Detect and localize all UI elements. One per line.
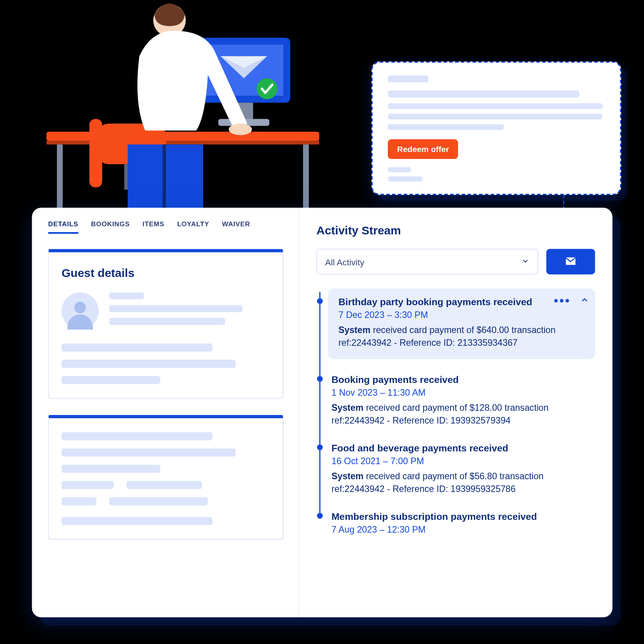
chevron-down-icon <box>521 257 529 267</box>
svg-rect-17 <box>163 145 166 208</box>
avatar <box>62 292 99 330</box>
svg-point-18 <box>229 124 252 135</box>
event-date: 16 Oct 2021 – 7:00 PM <box>332 456 595 466</box>
placeholder-line <box>62 465 160 473</box>
event-title: Membership subscription payments receive… <box>332 511 595 522</box>
placeholder-line <box>388 75 428 82</box>
placeholder-line <box>62 343 212 352</box>
redeem-offer-button[interactable]: Redeem offer <box>388 139 458 159</box>
placeholder-line <box>388 176 423 182</box>
event-body: System received card payment of $56.80 t… <box>332 470 595 496</box>
event-title: Food and beverage payments received <box>332 442 595 454</box>
more-icon[interactable]: ••• <box>554 298 571 304</box>
svg-point-8 <box>257 79 277 99</box>
placeholder-line <box>62 376 160 384</box>
placeholder-line <box>388 114 603 120</box>
guest-details-title: Guest details <box>62 266 270 280</box>
event-date: 7 Aug 2023 – 12:30 PM <box>332 524 595 535</box>
event-body: System received card payment of $640.00 … <box>339 324 567 350</box>
send-email-button[interactable] <box>546 249 595 275</box>
tab-details[interactable]: DETAILS <box>48 220 79 234</box>
offer-popup: Redeem offer <box>372 61 621 195</box>
svg-rect-0 <box>46 132 319 141</box>
placeholder-line <box>127 481 202 489</box>
placeholder-line <box>62 432 212 441</box>
activity-filter-select[interactable]: All Activity <box>317 249 538 275</box>
svg-rect-3 <box>303 145 309 208</box>
tab-bookings[interactable]: BOOKINGS <box>91 220 130 234</box>
tab-loyalty[interactable]: LOYALTY <box>177 220 209 234</box>
placeholder-line <box>388 91 579 97</box>
placeholder-line <box>62 517 212 525</box>
activity-event[interactable]: ••• Birthday party booking payments rece… <box>328 289 595 359</box>
placeholder-line <box>388 103 603 109</box>
placeholder-line <box>388 167 411 173</box>
event-date: 7 Dec 2023 – 3:30 PM <box>339 310 567 320</box>
placeholder-line <box>109 318 225 325</box>
activity-filter-value: All Activity <box>325 257 364 267</box>
guest-activity-card: DETAILS BOOKINGS ITEMS LOYALTY WAIVER Gu… <box>32 208 613 617</box>
right-panel: Activity Stream All Activity <box>299 208 613 617</box>
event-date: 1 Nov 2023 – 11:30 AM <box>332 388 595 398</box>
guest-secondary-card <box>48 415 284 540</box>
placeholder-line <box>62 360 236 368</box>
activity-event[interactable]: Membership subscription payments receive… <box>332 511 595 535</box>
event-title: Booking payments received <box>332 374 595 385</box>
tabs: DETAILS BOOKINGS ITEMS LOYALTY WAIVER <box>48 220 284 234</box>
activity-event[interactable]: Booking payments received 1 Nov 2023 – 1… <box>332 374 595 427</box>
event-title: Birthday party booking payments received <box>339 297 567 308</box>
activity-stream-title: Activity Stream <box>317 224 595 237</box>
left-panel: DETAILS BOOKINGS ITEMS LOYALTY WAIVER Gu… <box>32 208 299 617</box>
placeholder-line <box>109 292 144 299</box>
placeholder-line <box>388 124 504 130</box>
svg-rect-12 <box>89 119 102 188</box>
placeholder-line <box>109 497 208 506</box>
guest-details-card: Guest details <box>48 249 284 399</box>
mail-icon <box>564 255 577 269</box>
person-at-desk-illustration <box>46 3 319 209</box>
placeholder-line <box>62 497 96 506</box>
tab-waiver[interactable]: WAIVER <box>222 220 250 234</box>
activity-timeline: ••• Birthday party booking payments rece… <box>317 289 595 535</box>
svg-rect-1 <box>46 141 319 145</box>
placeholder-line <box>62 481 114 489</box>
placeholder-line <box>109 305 243 312</box>
activity-event[interactable]: Food and beverage payments received 16 O… <box>332 442 595 496</box>
placeholder-line <box>62 449 236 457</box>
svg-rect-2 <box>57 145 63 208</box>
chevron-up-icon[interactable] <box>580 296 589 307</box>
tab-items[interactable]: ITEMS <box>142 220 164 234</box>
event-body: System received card payment of $128.00 … <box>332 401 595 427</box>
